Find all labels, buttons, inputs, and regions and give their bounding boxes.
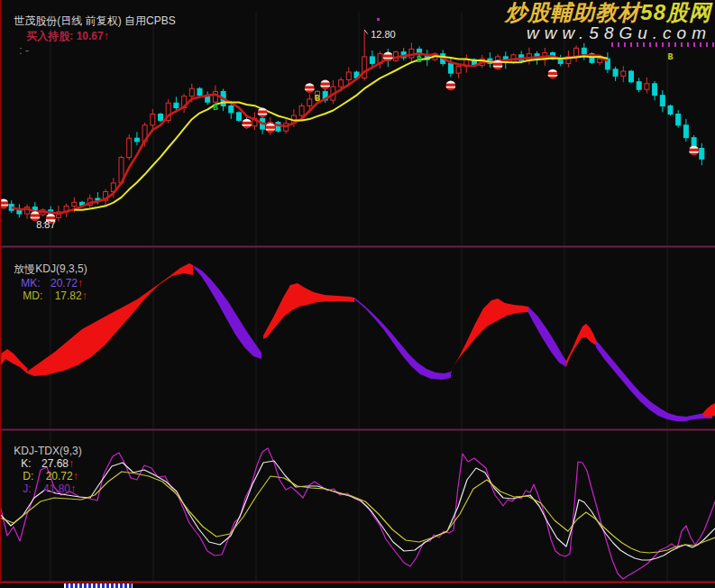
candle-body: [237, 113, 242, 120]
hold-signal-tick: [637, 42, 638, 47]
hold-signal-tick: [687, 42, 689, 47]
hold-signal-tick: [681, 42, 683, 47]
candle-body: [653, 84, 657, 96]
ribbon-segment-falling: [528, 307, 566, 367]
candle-body: [134, 138, 139, 142]
candle-body: [645, 84, 649, 89]
hold-signal-tick: [655, 42, 657, 47]
signal-letter: B: [315, 94, 320, 104]
signal-dot: [377, 18, 380, 21]
indicator3-name[interactable]: KDJ-TDX(9,3): [14, 445, 81, 457]
k-up-arrow-icon: ↑: [69, 457, 74, 470]
hold-signal-tick: [712, 42, 714, 47]
candle-body: [127, 138, 132, 157]
ribbon-segment-rising: [566, 324, 596, 366]
price-label: 8.87: [36, 219, 55, 230]
hold-signal-tick: [662, 42, 664, 47]
hold-signal-tick: [649, 42, 651, 47]
indicator2-name[interactable]: 放慢KDJ(9,3,5): [14, 262, 87, 275]
sell-signal-icon: [320, 79, 331, 90]
selected-date-strip[interactable]: [64, 583, 133, 588]
hold-signal-tick: [700, 42, 701, 47]
mk-label: MK:: [21, 277, 43, 289]
ribbon-panel-header: 放慢KDJ(9,3,5) MK: 20.72↑ MD: 17.82↑: [2, 249, 87, 315]
hold-signal-tick: [643, 42, 645, 47]
k-label: K:: [21, 457, 34, 470]
hold-signal-tick: [674, 42, 676, 47]
ribbon-segment-rising: [263, 283, 354, 339]
candle-body: [151, 115, 155, 125]
ribbon-segment-rising: [702, 403, 715, 417]
candle-body: [159, 115, 163, 121]
kdj-panel-header: KDJ-TDX(9,3) K: 27.68↑ D: 20.72↑ J: 41.8…: [2, 432, 82, 508]
hold-signal-tick: [668, 42, 670, 47]
d-label: D:: [23, 470, 36, 482]
md-label: MD:: [23, 289, 45, 302]
sell-signal-icon: [257, 107, 268, 117]
candle-body: [456, 67, 461, 74]
candle-body: [613, 69, 618, 77]
main-panel-header: 世茂股份(日线 前复权) 自用CPBS 买入持股: 10.67↑ : -: [2, 1, 176, 69]
md-value: 17.82: [55, 289, 82, 302]
sell-signal-icon: [445, 80, 456, 91]
candle-body: [197, 88, 202, 96]
d-up-arrow-icon: ↑: [73, 470, 78, 482]
watermark-brand: 炒股輔助教材: [505, 0, 640, 24]
candle-body: [448, 63, 453, 73]
hold-signal-tick: [693, 42, 695, 47]
kdj-line-J: [0, 448, 715, 579]
stock-chart-window: BBBB12.808.87 世茂股份(日线 前复权) 自用CPBS 买入持股: …: [0, 0, 715, 588]
hold-signal-tick: [706, 42, 708, 47]
candle-body: [637, 82, 641, 90]
candle-body: [621, 71, 626, 76]
candle-body: [339, 80, 344, 87]
candle-body: [683, 125, 688, 138]
k-value: 27.68: [41, 457, 69, 470]
signal-letter: B: [417, 55, 422, 65]
candle-body: [299, 106, 304, 115]
j-up-arrow-icon: ↑: [70, 482, 76, 495]
mk-up-arrow-icon: ↑: [78, 277, 83, 289]
sell-signal-icon: [689, 145, 700, 156]
watermark-line1: 炒股輔助教材58股网: [505, 1, 711, 23]
hold-signal-tick: [618, 42, 619, 47]
watermark: 炒股輔助教材58股网 www.58Gu.com: [505, 1, 711, 42]
candle-body: [276, 123, 280, 132]
signal-letter: B: [213, 103, 218, 113]
candle-body: [189, 88, 194, 96]
ribbon-segment-rising: [0, 349, 27, 373]
j-value: 41.80: [43, 482, 70, 495]
sell-signal-icon: [0, 198, 9, 209]
kdj-ribbon-panel[interactable]: [0, 263, 715, 421]
signal-label: 买入持股:: [26, 30, 76, 42]
signal-letter: B: [667, 52, 673, 62]
ribbon-segment-falling: [193, 265, 261, 359]
candle-body: [668, 106, 673, 114]
watermark-site: 58股网: [640, 0, 711, 24]
candle-body: [582, 48, 586, 53]
j-label: J:: [23, 482, 34, 495]
stock-title: 世茂股份(日线 前复权) 自用CPBS: [14, 14, 175, 27]
candle-body: [598, 59, 602, 62]
candle-body: [72, 202, 77, 206]
candle-body: [17, 210, 22, 214]
candle-body: [213, 91, 217, 102]
watermark-url: www.58Gu.com: [505, 24, 711, 42]
ribbon-segment-rising: [451, 299, 528, 373]
sell-signal-icon: [547, 69, 558, 79]
hold-signal-tick: [611, 42, 613, 47]
price-pointer: [364, 30, 368, 34]
kdj-tdx-panel[interactable]: [0, 448, 715, 579]
candle-body: [229, 106, 234, 113]
price-label: 12.80: [371, 29, 396, 40]
ribbon-segment-falling: [354, 298, 451, 380]
mk-value: 20.72: [50, 277, 78, 289]
candle-body: [676, 115, 681, 125]
md-up-arrow-icon: ↑: [82, 289, 87, 302]
candle-body: [660, 96, 665, 106]
candle-body: [307, 99, 312, 106]
candle-body: [629, 71, 634, 82]
candle-body: [700, 149, 704, 160]
signal-suffix: : -: [19, 44, 29, 57]
candle-body: [174, 103, 179, 107]
